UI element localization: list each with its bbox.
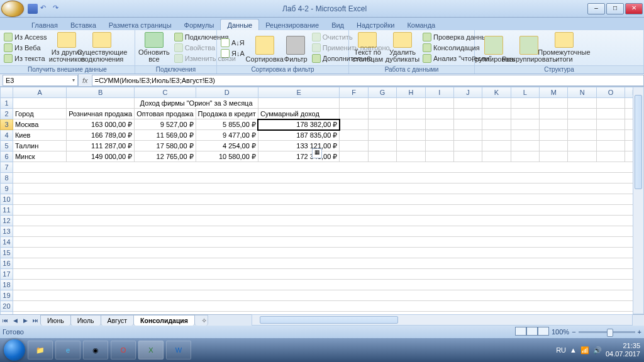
cell[interactable]: 133 121,00 ₽: [258, 141, 340, 151]
redo-icon[interactable]: ↷: [53, 4, 63, 14]
col-header[interactable]: M: [540, 87, 568, 98]
zoom-in-icon[interactable]: +: [638, 328, 641, 336]
col-header[interactable]: I: [425, 87, 453, 98]
cell[interactable]: Розничная продажа: [67, 109, 135, 119]
properties-button[interactable]: Свойства: [173, 43, 237, 53]
spreadsheet-grid[interactable]: A B C D E F G H I J K L M N O P 1Доход ф…: [0, 87, 644, 314]
clear-filter-button[interactable]: Очистить: [311, 32, 391, 42]
nav-next-icon[interactable]: ▶: [20, 317, 30, 324]
cell[interactable]: 172 345,00 ₽: [258, 151, 340, 162]
tab-team[interactable]: Команда: [401, 19, 441, 30]
row-header[interactable]: 9: [1, 184, 13, 194]
maximize-button[interactable]: □: [606, 3, 624, 14]
formula-input[interactable]: =СУММ(Июнь!E3;Июль!E3;Август!E3): [92, 75, 644, 86]
cell[interactable]: 163 000,00 ₽: [67, 119, 135, 130]
row-header[interactable]: 17: [1, 269, 13, 280]
taskbar-chrome-icon[interactable]: ◉: [83, 341, 108, 359]
cell[interactable]: Минск: [13, 151, 66, 162]
remove-duplicates-button[interactable]: Удалить дубликаты: [386, 31, 419, 64]
row-header[interactable]: 11: [1, 205, 13, 216]
col-header[interactable]: G: [368, 87, 396, 98]
row-header[interactable]: 4: [1, 130, 13, 141]
row-header[interactable]: 7: [1, 162, 13, 173]
close-button[interactable]: ✕: [625, 3, 643, 14]
reapply-button[interactable]: Применить повторно: [311, 43, 391, 53]
tab-view[interactable]: Вид: [325, 19, 350, 30]
cell[interactable]: Доход фирмы "Орион" за 3 месяца: [135, 98, 258, 109]
nav-prev-icon[interactable]: ◀: [10, 317, 20, 324]
row-header[interactable]: 13: [1, 226, 13, 237]
tab-page-layout[interactable]: Разметка страницы: [103, 19, 178, 30]
tray-clock[interactable]: 21:35 04.07.2017: [606, 342, 640, 358]
col-header[interactable]: B: [67, 87, 135, 98]
cell[interactable]: 166 789,00 ₽: [67, 130, 135, 141]
vertical-scrollbar[interactable]: [633, 87, 644, 314]
cell[interactable]: Таллин: [13, 141, 66, 151]
cell[interactable]: 149 000,00 ₽: [67, 151, 135, 162]
row-header[interactable]: 20: [1, 301, 13, 312]
cell[interactable]: Москва: [13, 119, 66, 130]
refresh-all-button[interactable]: Обновить все: [138, 31, 170, 64]
cell[interactable]: 11 569,00 ₽: [135, 130, 196, 141]
office-button[interactable]: [1, 1, 24, 17]
sort-button[interactable]: Сортировка: [248, 31, 281, 64]
col-header[interactable]: K: [482, 87, 511, 98]
cell[interactable]: Киев: [13, 130, 66, 141]
taskbar-ie-icon[interactable]: e: [55, 341, 80, 359]
from-access-button[interactable]: Из Access: [3, 32, 48, 42]
taskbar-word-icon[interactable]: W: [166, 341, 191, 359]
col-header[interactable]: L: [511, 87, 539, 98]
row-header[interactable]: 18: [1, 280, 13, 290]
undo-icon[interactable]: ↶: [40, 4, 50, 14]
zoom-slider[interactable]: [579, 331, 635, 333]
sheet-tab[interactable]: Июль: [70, 315, 101, 326]
cell[interactable]: Суммарный доход: [258, 109, 340, 119]
zoom-out-icon[interactable]: −: [572, 328, 575, 336]
col-header[interactable]: F: [340, 87, 368, 98]
from-web-button[interactable]: Из Веба: [3, 43, 48, 53]
horizontal-scrollbar[interactable]: [252, 314, 633, 326]
cell[interactable]: Продажа в кредит: [196, 109, 258, 119]
fx-icon[interactable]: fx: [78, 74, 92, 86]
tab-addins[interactable]: Надстройки: [350, 19, 401, 30]
name-box[interactable]: E3: [3, 75, 78, 86]
tab-insert[interactable]: Вставка: [64, 19, 103, 30]
col-header[interactable]: N: [568, 87, 596, 98]
tab-review[interactable]: Рецензирование: [259, 19, 325, 30]
sheet-tab[interactable]: Июнь: [40, 315, 71, 326]
minimize-button[interactable]: –: [587, 3, 605, 14]
row-header[interactable]: 16: [1, 258, 13, 269]
cell[interactable]: 4 254,00 ₽: [196, 141, 258, 151]
col-header[interactable]: J: [453, 87, 482, 98]
row-header[interactable]: 3: [1, 119, 13, 130]
select-all[interactable]: [1, 87, 13, 98]
col-header[interactable]: D: [196, 87, 258, 98]
tray-sound-icon[interactable]: 🔊: [593, 346, 602, 354]
tray-flag-icon[interactable]: ▲: [570, 346, 577, 354]
tab-home[interactable]: Главная: [25, 19, 64, 30]
row-header[interactable]: 5: [1, 141, 13, 151]
col-header[interactable]: A: [13, 87, 66, 98]
row-header[interactable]: 6: [1, 151, 13, 162]
nav-last-icon[interactable]: ⏭: [30, 317, 40, 324]
zoom-level[interactable]: 100%: [552, 328, 569, 336]
col-header[interactable]: E: [258, 87, 340, 98]
row-header[interactable]: 14: [1, 237, 13, 248]
taskbar-explorer-icon[interactable]: 📁: [28, 341, 53, 359]
cell[interactable]: 111 287,00 ₽: [67, 141, 135, 151]
new-sheet-button[interactable]: ✧: [194, 315, 208, 326]
row-header[interactable]: 8: [1, 173, 13, 184]
filter-button[interactable]: Фильтр: [284, 31, 308, 64]
cell[interactable]: 9 527,00 ₽: [135, 119, 196, 130]
taskbar-opera-icon[interactable]: O: [111, 341, 136, 359]
cell[interactable]: 10 580,00 ₽: [196, 151, 258, 162]
taskbar-excel-icon[interactable]: X: [138, 341, 164, 359]
col-header[interactable]: C: [135, 87, 196, 98]
nav-first-icon[interactable]: ⏮: [0, 317, 10, 324]
existing-connections-button[interactable]: Существующие подключения: [86, 31, 118, 64]
save-icon[interactable]: [28, 4, 38, 14]
cell[interactable]: 17 580,00 ₽: [135, 141, 196, 151]
cell[interactable]: 187 835,00 ₽: [258, 130, 340, 141]
tab-data[interactable]: Данные: [220, 19, 259, 30]
row-header[interactable]: 1: [1, 98, 13, 109]
